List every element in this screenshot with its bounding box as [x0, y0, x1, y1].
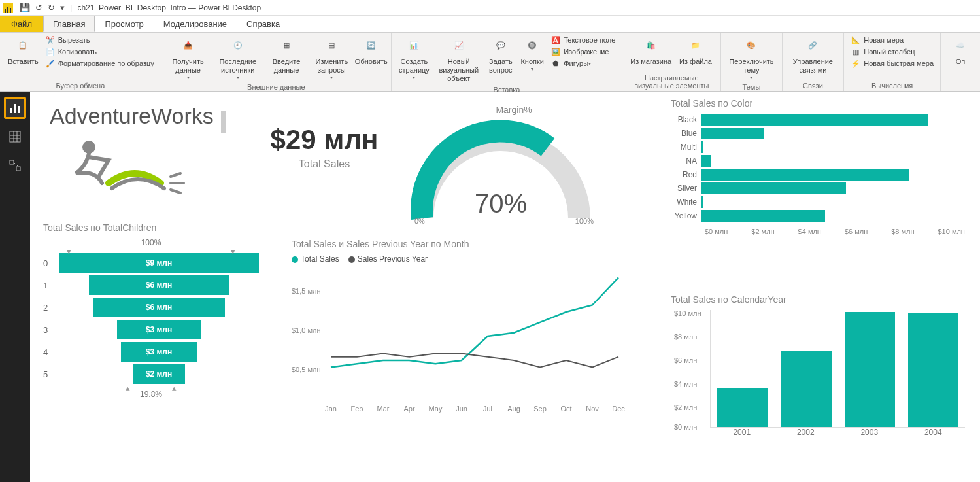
tab-file[interactable]: Файл	[0, 16, 43, 32]
cyclist-logo-icon	[63, 137, 194, 196]
edit-queries-button[interactable]: ▤Изменить запросы	[308, 34, 356, 82]
group-calculations: 📐Новая мера ▥Новый столбец ⚡Новая быстра…	[844, 33, 941, 91]
tab-view[interactable]: Просмотр	[95, 16, 153, 32]
svg-text:Nov: Nov	[586, 405, 599, 413]
format-painter-button[interactable]: 🖌️Форматирование по образцу	[42, 58, 157, 69]
measure-icon: 📐	[851, 35, 861, 45]
svg-text:Oct: Oct	[560, 405, 571, 413]
cut-button[interactable]: ✂️Вырезать	[42, 34, 157, 46]
hbar-visual[interactable]: Total Sales по Color BlackBlueMultiNARed…	[671, 98, 965, 235]
new-column-button[interactable]: ▥Новый столбец	[848, 46, 936, 58]
switch-theme-button[interactable]: 🎨Переключить тему	[725, 34, 777, 82]
tab-help[interactable]: Справка	[237, 16, 290, 32]
app-logo-icon	[3, 3, 13, 13]
new-page-button[interactable]: 📊Создать страницу	[396, 34, 433, 82]
column-visual[interactable]: Total Sales по CalendarYear $10 млн$8 мл…	[671, 294, 965, 437]
kpi-label: Total Sales	[252, 158, 396, 170]
image-button[interactable]: 🖼️Изображение	[548, 46, 618, 58]
image-icon: 🖼️	[550, 46, 561, 57]
hbar-rows: BlackBlueMultiNARedSilverWhiteYellow	[671, 114, 965, 222]
gauge-visual[interactable]: Margin% 70% 0% 100%	[403, 105, 625, 225]
new-visual-button[interactable]: 📈Новый визуальный объект	[433, 34, 484, 85]
funnel-row: 4$3 млн	[43, 342, 259, 362]
from-marketplace-button[interactable]: 🛍️Из магазина	[626, 34, 675, 67]
paste-button[interactable]: 📋Вставить	[4, 34, 42, 67]
hbar-row: Multi	[671, 141, 965, 153]
recent-icon: 🕘	[228, 35, 248, 56]
qat-dropdown[interactable]: ▾	[58, 3, 67, 12]
textbox-icon: 🅰️	[550, 35, 561, 45]
report-canvas[interactable]: AdventureWorks $29 млн Total Sales Margi…	[30, 92, 980, 482]
nav-model-view[interactable]	[4, 154, 26, 177]
hbar-cat: Yellow	[671, 211, 701, 220]
recent-sources-button[interactable]: 🕘Последние источники	[211, 34, 265, 82]
button-icon: 🔘	[522, 35, 543, 56]
relationships-icon: 🔗	[802, 35, 823, 56]
text-box-button[interactable]: 🅰️Текстовое поле	[548, 34, 618, 46]
gauge-title: Margin%	[403, 105, 625, 115]
funnel-title: Total Sales по TotalChildren	[43, 222, 259, 233]
funnel-row: 5$2 млн	[43, 364, 259, 384]
undo-icon[interactable]: ↺	[33, 3, 45, 12]
hbar-fill	[701, 169, 909, 181]
hbar-title: Total Sales по Color	[671, 98, 965, 109]
group-label-custom-visuals: Настраиваемые визуальные элементы	[626, 73, 717, 91]
ribbon-tabs: Файл Главная Просмотр Моделирование Спра…	[0, 16, 980, 33]
tab-home[interactable]: Главная	[43, 16, 95, 32]
group-label-publish	[945, 89, 976, 91]
kpi-value: $29 млн	[252, 124, 396, 156]
window-title: ch21_Power_BI_Desktop_Intro — Power BI D…	[77, 3, 261, 12]
hbar-row: White	[671, 196, 965, 208]
group-label-calculations: Вычисления	[848, 81, 936, 91]
publish-button[interactable]: ☁️Оп	[945, 34, 976, 67]
funnel-cat: 1	[43, 281, 59, 290]
kpi-card[interactable]: $29 млн Total Sales	[252, 124, 396, 170]
funnel-bar: $2 млн	[133, 364, 185, 384]
get-data-button[interactable]: 📥Получить данные	[165, 34, 211, 82]
save-icon[interactable]: 💾	[17, 3, 33, 12]
visual-icon: 📈	[448, 35, 469, 56]
refresh-button[interactable]: 🔄Обновить	[356, 34, 387, 67]
column-chart-body: $10 млн$8 млн$6 млн$4 млн$2 млн$0 млн	[710, 310, 965, 428]
nav-report-view[interactable]	[4, 97, 26, 119]
hbar-row: NA	[671, 155, 965, 167]
paste-label: Вставить	[8, 58, 39, 66]
ribbon: 📋Вставить ✂️Вырезать 📄Копировать 🖌️Форма…	[0, 33, 980, 92]
quick-measure-icon: ⚡	[851, 58, 861, 69]
new-quick-measure-button[interactable]: ⚡Новая быстрая мера	[848, 58, 936, 69]
column-bar	[845, 312, 895, 427]
shapes-button[interactable]: ⬟Фигуры	[548, 58, 618, 69]
nav-data-view[interactable]	[4, 126, 26, 148]
svg-rect-8	[10, 160, 14, 164]
svg-text:$1,5 млн: $1,5 млн	[292, 287, 321, 295]
svg-text:Sep: Sep	[533, 405, 547, 413]
svg-rect-3	[10, 131, 20, 142]
data-view-icon	[8, 130, 22, 143]
gauge-min: 0%	[414, 217, 425, 225]
from-file-button[interactable]: 📁Из файла	[675, 34, 716, 67]
hbar-fill	[701, 114, 928, 126]
new-measure-button[interactable]: 📐Новая мера	[848, 34, 936, 46]
buttons-button[interactable]: 🔘Кнопки	[516, 34, 548, 74]
copy-button[interactable]: 📄Копировать	[42, 46, 157, 58]
cut-icon: ✂️	[45, 35, 56, 45]
hbar-fill	[701, 182, 846, 194]
funnel-visual[interactable]: Total Sales по TotalChildren 100% ▾▾ 0$9…	[43, 222, 259, 399]
new-page-icon: 📊	[403, 35, 424, 56]
edit-queries-icon: ▤	[321, 35, 342, 56]
svg-text:$1,0 млн: $1,0 млн	[292, 326, 321, 334]
publish-icon: ☁️	[950, 35, 971, 56]
enter-data-button[interactable]: ▦Введите данные	[265, 34, 308, 76]
manage-relationships-button[interactable]: 🔗Управление связями	[786, 34, 840, 76]
title-accent	[221, 111, 226, 133]
ask-question-button[interactable]: 💬Задать вопрос	[484, 34, 516, 76]
tab-modeling[interactable]: Моделирование	[154, 16, 237, 32]
shapes-icon: ⬟	[550, 58, 561, 69]
copy-icon: 📄	[45, 46, 56, 57]
svg-point-11	[82, 141, 95, 154]
redo-icon[interactable]: ↻	[45, 3, 58, 12]
workspace: AdventureWorks $29 млн Total Sales Margi…	[0, 92, 980, 482]
line-visual[interactable]: Total Sales и Sales Previous Year по Mon…	[292, 239, 638, 420]
legend-item-prev-year: Sales Previous Year	[348, 254, 428, 264]
funnel-row: 2$6 млн	[43, 298, 259, 317]
